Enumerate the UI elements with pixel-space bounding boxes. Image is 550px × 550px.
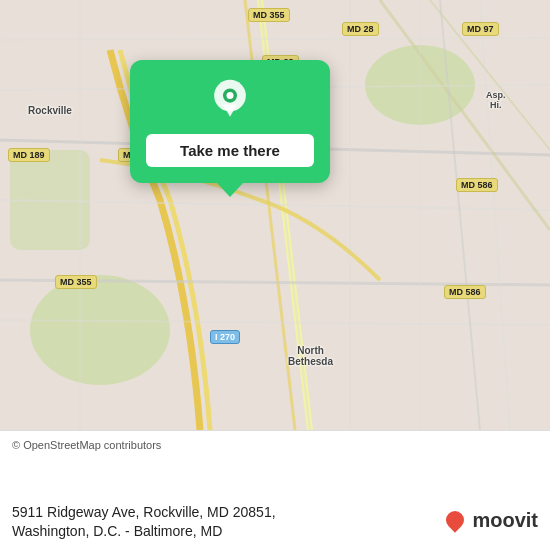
road-label-md586-bot: MD 586	[444, 285, 486, 299]
svg-point-22	[226, 92, 233, 99]
road-label-md28-left: MD 28	[342, 22, 379, 36]
location-pin-icon	[208, 78, 252, 122]
road-label-md355-top: MD 355	[248, 8, 290, 22]
road-label-i270: I 270	[210, 330, 240, 344]
road-label-md189: MD 189	[8, 148, 50, 162]
app-container: MD 355 MD 28 MD 28 MD 97 MD 189 MD 35 MD…	[0, 0, 550, 550]
place-label-aspen-hill: Asp.Hi.	[486, 90, 506, 110]
map-area: MD 355 MD 28 MD 28 MD 97 MD 189 MD 35 MD…	[0, 0, 550, 430]
place-label-rockville: Rockville	[28, 105, 72, 116]
take-me-there-button[interactable]: Take me there	[146, 134, 314, 167]
road-label-md97: MD 97	[462, 22, 499, 36]
road-label-md586-top: MD 586	[456, 178, 498, 192]
road-label-md355-mid: MD 355	[55, 275, 97, 289]
svg-point-1	[30, 275, 170, 385]
place-label-north-bethesda: NorthBethesda	[288, 345, 333, 367]
popup-card: Take me there	[130, 60, 330, 183]
moovit-logo: moovit	[446, 509, 538, 532]
bottom-bar: © OpenStreetMap contributors 5911 Ridgew…	[0, 430, 550, 550]
moovit-brand-text: moovit	[472, 509, 538, 532]
openstreetmap-credit: © OpenStreetMap contributors	[12, 439, 538, 451]
